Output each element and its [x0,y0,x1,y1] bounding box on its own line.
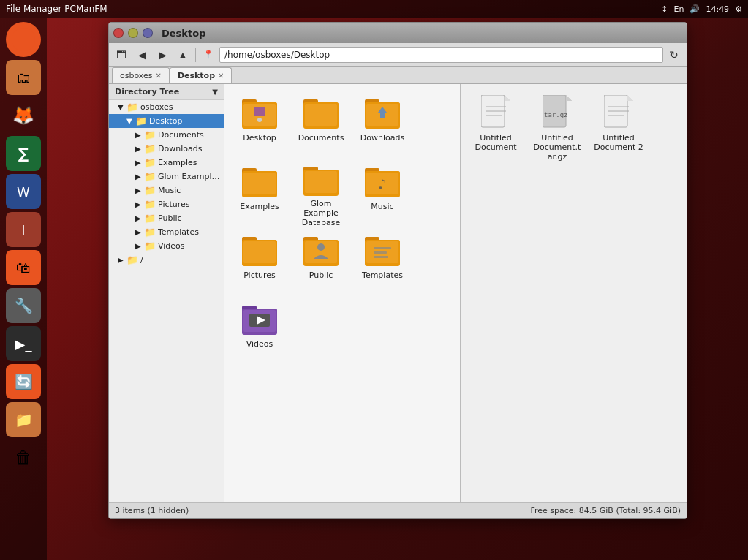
dock: 🗂 🦊 ∑ W I 🛍 🔧 ▶_ 🔄 📁 🗑 [0,18,47,560]
tree-label-glom: Glom Example D [158,172,224,181]
indicator-arrows: ↕ [661,4,668,14]
file-item-pictures[interactable]: Pictures [230,227,289,293]
tree-item-videos[interactable]: ▶ 📁 Videos [109,239,224,253]
tab-osboxes-close[interactable]: ✕ [156,72,162,80]
tree-item-osboxes[interactable]: ▼ 📁 osboxes [109,100,224,114]
file-label-pictures: Pictures [243,270,276,280]
file-item-public[interactable]: Public [292,227,350,293]
file-item-untitled-doc[interactable]: Untitled Document [466,90,525,156]
minimize-button[interactable] [128,28,138,38]
tree-arrow-icon: ▶ [135,145,144,153]
dock-firefox-icon[interactable]: 🦊 [6,98,41,133]
back-button[interactable]: ◀ [132,46,151,64]
folder-icon: 📁 [144,129,156,140]
tab-desktop-close[interactable]: ✕ [218,72,224,80]
folder-icon: 📁 [144,143,156,154]
tree-item-downloads[interactable]: ▶ 📁 Downloads [109,142,224,156]
file-item-videos[interactable]: Videos [230,296,289,362]
tree-item-pictures[interactable]: ▶ 📁 Pictures [109,197,224,211]
main-window: Desktop 🗔 ◀ ▶ ▲ 📍 /home/osboxes/Desktop … [108,22,687,519]
toolbar-separator [195,48,196,62]
close-button[interactable] [113,28,124,38]
new-window-button[interactable]: 🗔 [112,46,131,64]
tree-label-examples: Examples [158,158,197,167]
dock-writer-icon[interactable]: W [6,174,41,209]
folder-videos-icon [242,301,277,336]
dock-trash-icon[interactable]: 🗑 [6,440,41,475]
dock-files-icon[interactable]: 🗂 [6,60,41,95]
dock-softcenter-icon[interactable]: 🛍 [6,250,41,285]
file-label-untitled-doc: Untitled Document [470,133,521,152]
directory-tree-label: Directory Tree [115,87,179,97]
dock-terminal-icon[interactable]: ▶_ [6,326,41,361]
app-title: File Manager PCManFM [6,4,107,14]
toolbar: 🗔 ◀ ▶ ▲ 📍 /home/osboxes/Desktop ↻ [109,43,687,67]
tree-item-documents[interactable]: ▶ 📁 Documents [109,128,224,142]
file-item-downloads[interactable]: Downloads [353,90,412,156]
address-text: /home/osboxes/Desktop [224,50,330,60]
sidebar: Directory Tree ▼ ▼ 📁 osboxes ▼ 📁 Desktop [109,84,224,502]
folder-public-icon [303,232,339,268]
address-bar[interactable]: /home/osboxes/Desktop [219,47,663,63]
sidebar-arrow-icon: ▼ [212,88,218,96]
maximize-button[interactable] [143,28,153,38]
file-item-glom[interactable]: Glom Example Database [292,159,350,224]
file-item-desktop[interactable]: Desktop [230,90,289,156]
tab-desktop[interactable]: Desktop ✕ [170,67,233,83]
dock-ubuntu-icon[interactable] [6,22,41,57]
file-item-untitled-doc2[interactable]: Untitled Document 2 [589,90,648,156]
folder-pictures-icon [242,232,277,268]
file-item-examples[interactable]: Examples [230,159,289,224]
folder-icon: 📁 [144,199,156,210]
file-item-music[interactable]: ♪ Music [353,159,412,224]
free-space-info: Free space: 84.5 GiB (Total: 95.4 GiB) [530,506,681,515]
file-label-videos: Videos [246,339,273,349]
file-item-templates[interactable]: Templates [353,227,412,293]
svg-marker-52 [505,95,510,101]
tree-item-templates[interactable]: ▶ 📁 Templates [109,225,224,239]
file-grid: Desktop Documents [230,90,454,362]
items-info: 3 items (1 hidden) [115,506,189,515]
dock-calc-icon[interactable]: ∑ [6,136,41,171]
tree-label-videos: Videos [158,241,185,251]
svg-rect-4 [254,107,265,116]
topbar: File Manager PCManFM ↕ En 🔊 14:49 ⚙ [0,0,748,18]
folder-icon: 📁 [144,213,156,224]
file-item-untitled-targz[interactable]: tar.gz Untitled Document.tar.gz [528,90,586,156]
folder-icon: 📁 [144,241,156,251]
doc-area: Untitled Document tar.gz Untitled Docume… [460,84,687,502]
file-label-desktop: Desktop [243,133,276,143]
ubuntu-logo [12,28,35,51]
tree-label-public: Public [158,213,182,223]
folder-icon: 📁 [126,254,138,265]
tree-item-desktop[interactable]: ▼ 📁 Desktop [109,114,224,128]
file-label-documents: Documents [298,133,344,143]
file-label-templates: Templates [362,270,403,280]
tree-item-examples[interactable]: ▶ 📁 Examples [109,156,224,170]
svg-marker-58 [566,95,572,101]
file-item-documents[interactable]: Documents [292,90,350,156]
tree-item-glom[interactable]: ▶ 📁 Glom Example D [109,170,224,183]
tree-label-root: / [140,255,143,265]
location-button[interactable]: 📍 [199,46,218,64]
folder-icon: 📁 [144,157,156,168]
svg-text:♪: ♪ [378,176,387,192]
forward-button[interactable]: ▶ [153,46,172,64]
svg-marker-62 [627,95,633,101]
reload-button[interactable]: ↻ [665,46,684,64]
settings-icon[interactable]: ⚙ [735,4,742,14]
tab-osboxes[interactable]: osboxes ✕ [112,67,170,83]
up-button[interactable]: ▲ [173,46,192,64]
folder-icon: 📁 [144,185,156,196]
tree-item-public[interactable]: ▶ 📁 Public [109,211,224,225]
dock-files2-icon[interactable]: 📁 [6,402,41,437]
svg-rect-9 [305,104,337,126]
dock-impress-icon[interactable]: I [6,212,41,247]
tree-item-music[interactable]: ▶ 📁 Music [109,183,224,197]
svg-point-36 [317,243,325,251]
tree-label-music: Music [158,186,181,195]
folder-icon: 📁 [135,116,147,126]
dock-updates-icon[interactable]: 🔄 [6,364,41,399]
tree-item-root[interactable]: ▶ 📁 / [109,253,224,267]
dock-tools-icon[interactable]: 🔧 [6,288,41,323]
